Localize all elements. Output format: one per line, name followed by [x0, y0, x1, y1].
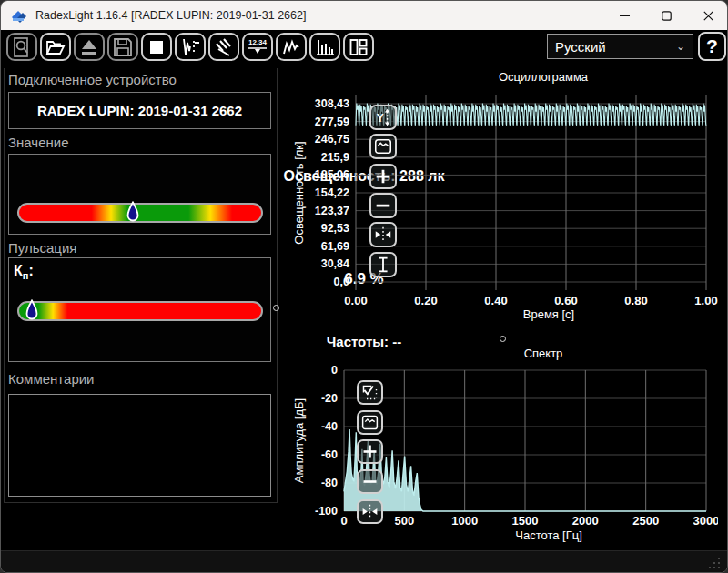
svg-text:30,84: 30,84 [321, 257, 349, 270]
search-device-button[interactable] [6, 33, 37, 61]
language-select[interactable]: Русский ⌄ [547, 34, 693, 59]
osc-zoom-in-button[interactable] [369, 164, 397, 189]
vertical-splitter-handle[interactable] [273, 305, 279, 311]
svg-text:-40: -40 [321, 420, 338, 433]
digital-display-button[interactable]: 12.34 [242, 33, 273, 61]
save-file-icon [112, 36, 134, 58]
open-file-icon [45, 36, 66, 58]
value-section-header: Значение [8, 135, 69, 150]
search-device-icon [12, 36, 32, 58]
pulsation-scale-bar [17, 301, 263, 321]
digital-display-icon: 12.34 [248, 39, 267, 46]
svg-text:-60: -60 [321, 448, 338, 461]
zoom-out-icon [360, 472, 379, 491]
help-button[interactable]: ? [698, 32, 726, 61]
svg-text:Время [с]: Время [с] [523, 307, 574, 321]
svg-text:0.60: 0.60 [554, 294, 577, 307]
spc-collapse-horizontal-button[interactable] [357, 499, 383, 524]
toolbar: 12.34 [1, 30, 728, 66]
svg-text:215,9: 215,9 [321, 151, 349, 164]
spectrum-view-button[interactable] [309, 33, 340, 61]
svg-text:2500: 2500 [632, 514, 659, 528]
svg-text:Освещенность [лк]: Освещенность [лк] [292, 141, 306, 244]
language-value: Русский [555, 39, 676, 55]
spc-zoom-in-button[interactable] [357, 439, 383, 464]
auto-scale-check-icon [360, 383, 379, 402]
eject-device-button[interactable] [74, 33, 105, 61]
oscillogram-view-button[interactable] [276, 33, 307, 61]
svg-text:Осциллограмма: Осциллограмма [499, 70, 589, 84]
pulsation-mode-icon [179, 36, 201, 58]
spc-fit-view-button[interactable] [357, 410, 383, 435]
pulsation-section-header: Пульсация [8, 240, 76, 256]
statusbar [1, 550, 728, 573]
svg-text:Спектр: Спектр [524, 347, 563, 360]
svg-text:500: 500 [394, 514, 414, 528]
eject-device-icon [78, 36, 100, 58]
oscillogram-chart[interactable]: 308,43277,59246,75215,9185,06154,22123,3… [290, 70, 718, 327]
close-button[interactable] [687, 1, 728, 30]
svg-text:0.00: 0.00 [344, 294, 367, 307]
collapse-horizontal-icon [360, 502, 379, 521]
svg-text:-20: -20 [321, 392, 338, 405]
pulsation-mode-button[interactable] [175, 33, 206, 61]
osc-zoom-out-button[interactable] [369, 193, 397, 218]
device-section-header: Подключенное устройство [8, 72, 177, 87]
titlebar[interactable]: RadexLight 1.16.4 [RADEX LUPIN: 2019-01-… [1, 1, 728, 30]
fit-view-icon [373, 136, 393, 156]
illuminance-mode-icon [213, 36, 235, 58]
svg-text:246,75: 246,75 [315, 133, 349, 146]
oscillogram-view-icon [280, 36, 302, 58]
app-icon [10, 8, 28, 23]
zoom-out-icon [373, 196, 393, 216]
svg-text:0.20: 0.20 [414, 294, 437, 307]
svg-text:0: 0 [340, 514, 347, 528]
minimize-icon [620, 11, 630, 21]
svg-text:123,37: 123,37 [315, 205, 349, 217]
svg-text:277,59: 277,59 [315, 116, 349, 128]
collapse-horizontal-icon [373, 225, 393, 245]
spc-auto-scale-button[interactable] [357, 380, 383, 405]
svg-text:Амплитуда [дБ]: Амплитуда [дБ] [292, 398, 306, 483]
illuminance-mode-button[interactable] [208, 33, 239, 61]
fit-view-icon [360, 413, 379, 432]
spectrum-view-icon [314, 36, 336, 58]
svg-text:-80: -80 [321, 477, 338, 489]
horizontal-splitter-handle[interactable] [500, 336, 506, 342]
stop-measurement-button[interactable] [141, 33, 172, 61]
zoom-in-icon [360, 442, 379, 461]
zoom-in-icon [373, 166, 393, 186]
svg-text:0: 0 [331, 364, 338, 377]
svg-text:0.80: 0.80 [624, 294, 647, 307]
layout-panels-icon [348, 36, 369, 58]
comments-textarea[interactable] [8, 394, 271, 497]
svg-text:Y: Y [377, 112, 384, 125]
window-title: RadexLight 1.16.4 [RADEX LUPIN: 2019-01-… [35, 9, 306, 22]
osc-vertical-range-button[interactable] [369, 252, 397, 277]
spectrum-chart[interactable]: 0-20-40-60-80-10005001000150020002500300… [290, 347, 718, 545]
stop-measurement-icon [146, 36, 167, 58]
device-box: RADEX LUPIN: 2019-01-31 2662 [8, 92, 271, 129]
layout-panels-button[interactable] [343, 33, 374, 61]
illuminance-indicator-icon [126, 201, 139, 223]
open-file-button[interactable] [40, 33, 71, 61]
maximize-icon [662, 11, 672, 21]
osc-y-autoscale-button[interactable]: Y [369, 105, 397, 130]
svg-text:3000: 3000 [693, 514, 718, 528]
resize-grip-icon[interactable] [707, 556, 722, 570]
maximize-button[interactable] [645, 1, 687, 30]
minimize-button[interactable] [603, 1, 645, 30]
save-file-button[interactable] [107, 33, 138, 61]
close-icon [703, 11, 713, 21]
svg-text:0.40: 0.40 [484, 294, 507, 307]
device-name: RADEX LUPIN: 2019-01-31 2662 [9, 103, 270, 118]
svg-text:154,22: 154,22 [315, 186, 349, 199]
osc-fit-view-button[interactable] [369, 134, 397, 159]
svg-text:92,53: 92,53 [321, 222, 349, 235]
spc-zoom-out-button[interactable] [357, 469, 383, 494]
svg-text:185,06: 185,06 [315, 168, 349, 181]
osc-collapse-horizontal-button[interactable] [369, 222, 397, 247]
digital-display-underline-icon [247, 46, 268, 55]
svg-text:1000: 1000 [451, 514, 478, 528]
vertical-range-icon [373, 255, 393, 275]
